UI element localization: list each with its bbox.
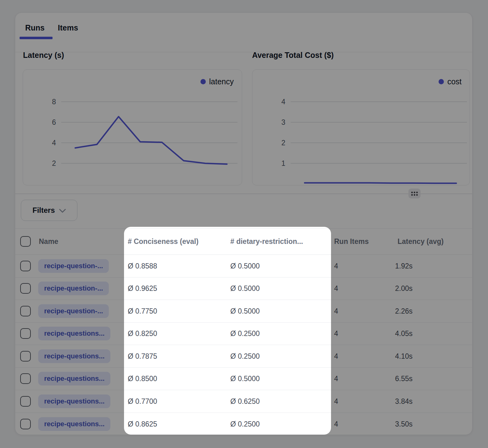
svg-text:2: 2 — [52, 159, 56, 167]
active-tab-indicator — [20, 37, 53, 39]
table-row[interactable]: recipe-question-...Ø 0.9625Ø 0.500042.00… — [15, 278, 472, 300]
conciseness-score-value: Ø 0.7700 — [128, 397, 157, 405]
conciseness-score-value: Ø 0.8588 — [128, 262, 157, 270]
row-checkbox[interactable] — [20, 261, 31, 271]
run-items-value: 4 — [334, 307, 338, 315]
latency-avg-value: 2.26s — [395, 307, 412, 315]
conciseness-score-value: Ø 0.8500 — [128, 375, 157, 383]
filters-button-label: Filters — [32, 206, 55, 215]
latency-avg-value: 1.92s — [395, 262, 412, 270]
tab-bar: Runs Items — [15, 13, 472, 52]
table-body: recipe-question-...Ø 0.8588Ø 0.500041.92… — [15, 255, 472, 435]
dietary-score-value: Ø 0.5000 — [230, 262, 260, 270]
latency-chart: 8642 latency — [23, 69, 242, 185]
conciseness-score-value: Ø 0.8625 — [128, 420, 157, 428]
cost-line-chart: 4321 — [252, 70, 470, 186]
cost-legend-dot — [439, 79, 444, 84]
column-header-conciseness: # Conciseness (eval) — [128, 237, 199, 246]
svg-text:4: 4 — [281, 98, 285, 106]
conciseness-score-value: Ø 0.9625 — [128, 284, 157, 293]
run-name-chip[interactable]: recipe-questions... — [38, 372, 110, 385]
dietary-score-value: Ø 0.2500 — [230, 329, 260, 338]
dietary-score-value: Ø 0.5000 — [230, 284, 260, 293]
run-items-value: 4 — [334, 397, 338, 405]
page: { "tabs": { "runs": "Runs", "items": "It… — [0, 0, 488, 448]
column-header-name: Name — [39, 237, 58, 246]
tab-runs[interactable]: Runs — [25, 23, 45, 32]
panel-divider — [15, 194, 472, 194]
row-checkbox[interactable] — [20, 306, 31, 316]
cost-legend-label: cost — [447, 77, 462, 86]
tab-items[interactable]: Items — [58, 23, 78, 32]
dietary-score-value: Ø 0.2500 — [230, 420, 260, 428]
runs-table: Name # Conciseness (eval) # dietary-rest… — [15, 228, 472, 435]
run-name-chip[interactable]: recipe-question-... — [38, 259, 109, 273]
run-name-chip[interactable]: recipe-question-... — [38, 304, 109, 318]
run-name-chip[interactable]: recipe-questions... — [38, 327, 110, 340]
table-row[interactable]: recipe-question-...Ø 0.8588Ø 0.500041.92… — [15, 255, 472, 278]
conciseness-score-value: Ø 0.7875 — [128, 352, 157, 360]
svg-text:4: 4 — [52, 139, 56, 147]
latency-line-chart: 8642 — [23, 70, 242, 186]
chevron-down-icon — [59, 209, 66, 213]
svg-text:6: 6 — [52, 118, 56, 126]
column-header-latency: Latency (avg) — [398, 237, 444, 246]
run-name-chip[interactable]: recipe-question-... — [38, 282, 109, 295]
dietary-score-value: Ø 0.6250 — [230, 397, 260, 405]
run-items-value: 4 — [334, 329, 338, 338]
svg-text:1: 1 — [281, 159, 285, 167]
table-row[interactable]: recipe-questions...Ø 0.8250Ø 0.250044.05… — [15, 323, 472, 345]
latency-avg-value: 4.05s — [395, 329, 412, 338]
latency-legend-label: latency — [209, 77, 234, 86]
dietary-score-value: Ø 0.5000 — [230, 375, 260, 383]
table-header: Name # Conciseness (eval) # dietary-rest… — [15, 229, 472, 255]
table-row[interactable]: recipe-questions...Ø 0.8500Ø 0.500046.55… — [15, 368, 472, 390]
row-checkbox[interactable] — [20, 396, 31, 407]
dietary-score-value: Ø 0.2500 — [230, 352, 260, 360]
cost-chart: 4321 cost — [252, 69, 470, 185]
latency-avg-value: 4.10s — [395, 352, 412, 360]
conciseness-score-value: Ø 0.8250 — [128, 329, 157, 338]
latency-avg-value: 6.55s — [395, 375, 412, 383]
run-items-value: 4 — [334, 262, 338, 270]
row-checkbox[interactable] — [20, 328, 31, 339]
row-checkbox[interactable] — [20, 351, 31, 362]
run-items-value: 4 — [334, 284, 338, 293]
latency-legend-dot — [200, 79, 206, 84]
latency-avg-value: 3.50s — [395, 420, 412, 428]
conciseness-score-value: Ø 0.7750 — [128, 307, 157, 315]
dietary-score-value: Ø 0.5000 — [230, 307, 260, 315]
svg-text:2: 2 — [281, 139, 285, 147]
select-all-checkbox[interactable] — [20, 236, 31, 247]
svg-text:8: 8 — [52, 98, 56, 106]
table-row[interactable]: recipe-questions...Ø 0.8625Ø 0.250043.50… — [15, 413, 472, 436]
table-row[interactable]: recipe-questions...Ø 0.7700Ø 0.625043.84… — [15, 390, 472, 413]
run-items-value: 4 — [334, 352, 338, 360]
cost-legend: cost — [439, 77, 462, 86]
table-row[interactable]: recipe-question-...Ø 0.7750Ø 0.500042.26… — [15, 300, 472, 323]
grip-dots-icon — [411, 192, 418, 196]
cost-chart-title: Average Total Cost ($) — [252, 51, 334, 60]
run-name-chip[interactable]: recipe-questions... — [38, 417, 110, 431]
run-name-chip[interactable]: recipe-questions... — [38, 394, 110, 408]
latency-legend: latency — [200, 77, 234, 86]
main-card: Runs Items Latency (s) Average Total Cos… — [15, 12, 472, 435]
row-checkbox[interactable] — [20, 283, 31, 294]
column-header-dietary: # dietary-restriction... — [230, 237, 303, 246]
resize-drag-handle[interactable] — [408, 189, 421, 198]
latency-avg-value: 2.00s — [395, 284, 412, 293]
column-header-run-items: Run Items — [334, 237, 369, 246]
table-row[interactable]: recipe-questions...Ø 0.7875Ø 0.250044.10… — [15, 345, 472, 368]
run-items-value: 4 — [334, 375, 338, 383]
run-items-value: 4 — [334, 420, 338, 428]
run-name-chip[interactable]: recipe-questions... — [38, 349, 110, 363]
row-checkbox[interactable] — [20, 419, 31, 429]
filters-button[interactable]: Filters — [21, 200, 77, 221]
svg-text:3: 3 — [281, 118, 285, 126]
latency-chart-title: Latency (s) — [23, 51, 64, 60]
latency-avg-value: 3.84s — [395, 397, 412, 405]
row-checkbox[interactable] — [20, 373, 31, 384]
